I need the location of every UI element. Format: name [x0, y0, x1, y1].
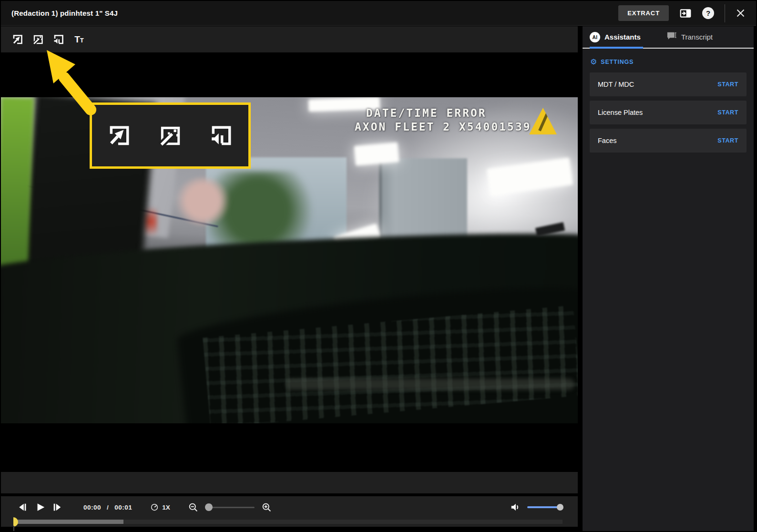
zoom-slider-handle[interactable]	[205, 503, 213, 511]
duration: 00:01	[114, 504, 132, 511]
speed-value: 1X	[162, 504, 170, 511]
sidebar-tabbar: AI Assistants Transcript	[583, 26, 754, 49]
volume-controls	[510, 502, 563, 512]
assistant-name: Faces	[598, 137, 617, 144]
cursor-box-icon	[107, 124, 131, 148]
camera-overlay-line2: AXON FLEET 2 X54001539	[355, 121, 532, 133]
tab-assistants-label: Assistants	[604, 33, 641, 41]
assistant-name: License Plates	[598, 109, 643, 116]
assistant-name: MDT / MDC	[598, 81, 634, 88]
redaction-toolbar: TT	[1, 26, 578, 52]
zoom-in-icon	[262, 502, 272, 512]
active-tab-indicator	[590, 47, 643, 49]
mute-button[interactable]	[510, 502, 521, 512]
audio-box-icon	[209, 124, 233, 148]
controls-row: 00:00 / 00:01 1X	[1, 496, 578, 514]
tab-assistants[interactable]: AI Assistants	[590, 32, 641, 42]
next-frame-icon	[52, 502, 62, 512]
help-icon: ?	[702, 7, 714, 19]
box-redaction-tool-button[interactable]	[11, 33, 24, 46]
zoom-out-icon	[188, 502, 198, 512]
timeline-strip	[1, 469, 578, 493]
blurred-watermark	[286, 379, 574, 390]
close-icon	[736, 8, 746, 18]
audio-box-icon	[53, 34, 64, 45]
video-stage: DATE/TIME ERROR AXON FLEET 2 X54001539	[1, 52, 578, 469]
extract-button[interactable]: EXTRACT	[618, 5, 669, 21]
wand-box-icon	[158, 124, 182, 148]
volume-slider[interactable]	[527, 504, 563, 511]
start-license-plates-button[interactable]: START	[717, 107, 738, 118]
text-tool-icon: TT	[74, 34, 84, 45]
seek-bar-loaded[interactable]	[13, 520, 123, 524]
header-divider	[725, 4, 725, 22]
smart-wand-tool-button[interactable]	[32, 33, 44, 46]
assistants-settings-button[interactable]: ⚙ SETTINGS	[590, 58, 634, 66]
cursor-box-icon	[12, 34, 23, 45]
help-button[interactable]: ?	[702, 7, 714, 19]
transcript-bubble-icon	[666, 31, 677, 42]
play-button[interactable]	[35, 502, 46, 512]
speaker-icon	[510, 502, 521, 512]
playback-controls-bar: 00:00 / 00:01 1X	[1, 493, 578, 527]
speed-gauge-icon	[150, 503, 159, 512]
tab-transcript[interactable]: Transcript	[666, 31, 713, 42]
zoom-slider[interactable]	[205, 503, 255, 511]
header-actions: EXTRACT ?	[618, 4, 746, 22]
current-time: 00:00	[83, 504, 101, 511]
zoom-out-button[interactable]	[188, 502, 198, 512]
redaction-studio-window: (Redaction 1) pdinhtest 1" S4J EXTRACT ?	[0, 0, 757, 532]
text-tool-button[interactable]: TT	[73, 33, 85, 46]
wand-box-icon	[32, 34, 44, 45]
time-separator: /	[107, 504, 109, 511]
seek-bar[interactable]	[13, 517, 578, 528]
volume-slider-handle[interactable]	[557, 504, 563, 511]
video-frame: DATE/TIME ERROR AXON FLEET 2 X54001539	[1, 97, 578, 423]
panel-toggle-button[interactable]	[679, 7, 692, 20]
next-frame-button[interactable]	[52, 502, 62, 512]
panel-gap	[578, 26, 583, 532]
close-button[interactable]	[736, 8, 746, 18]
ai-badge-icon: AI	[590, 32, 600, 42]
highlight-callout-box	[90, 102, 251, 169]
assistant-card-license-plates: License Plates START	[590, 101, 747, 124]
start-faces-button[interactable]: START	[717, 135, 738, 146]
main-area: TT	[1, 26, 756, 532]
gear-icon: ⚙	[590, 58, 597, 66]
time-display: 00:00 / 00:01	[83, 504, 132, 511]
header-bar: (Redaction 1) pdinhtest 1" S4J EXTRACT ?	[1, 1, 756, 26]
settings-label: SETTINGS	[601, 59, 634, 65]
playhead[interactable]	[13, 517, 18, 527]
previous-frame-icon	[18, 502, 28, 512]
tab-transcript-label: Transcript	[681, 33, 713, 41]
play-icon	[35, 502, 46, 512]
assistant-card-faces: Faces START	[590, 129, 747, 153]
page-title: (Redaction 1) pdinhtest 1" S4J	[11, 9, 118, 17]
playback-speed-button[interactable]: 1X	[150, 503, 170, 512]
assistants-sidebar: AI Assistants Transcript ⚙ SETTINGS MDT …	[583, 26, 754, 532]
panel-toggle-icon	[679, 7, 692, 20]
previous-frame-button[interactable]	[18, 502, 28, 512]
audio-redaction-tool-button[interactable]	[52, 33, 65, 46]
assistant-card-mdt-mdc: MDT / MDC START	[590, 72, 747, 96]
start-mdt-mdc-button[interactable]: START	[717, 79, 738, 90]
playhead-tick	[13, 526, 14, 532]
zoom-in-button[interactable]	[262, 502, 272, 512]
camera-overlay-line1: DATE/TIME ERROR	[366, 107, 487, 119]
player-panel: TT	[1, 26, 578, 532]
